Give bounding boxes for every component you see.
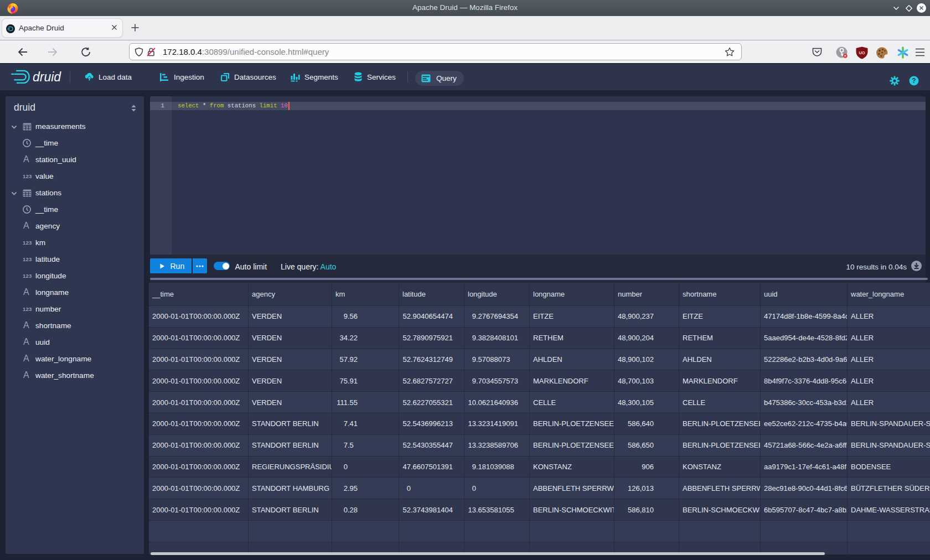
svg-text:?: ? [912, 77, 916, 85]
svg-text:UO: UO [859, 50, 865, 55]
